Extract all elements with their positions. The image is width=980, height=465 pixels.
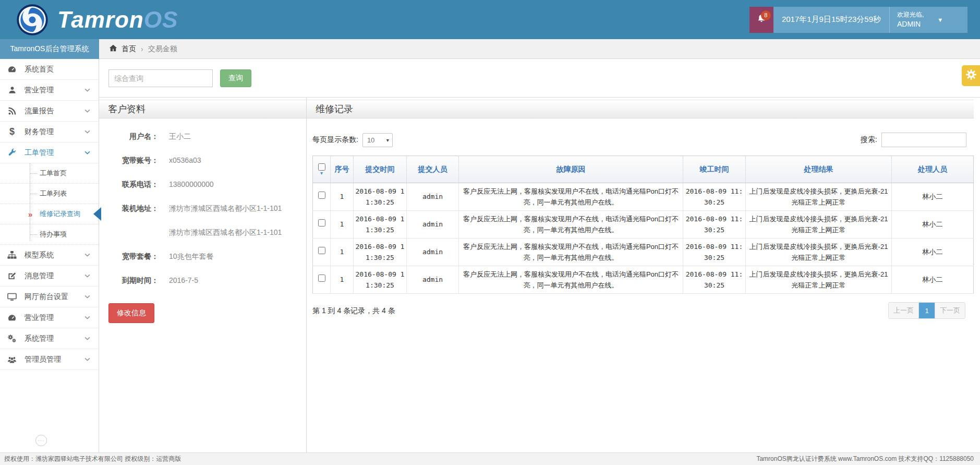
- wrench-icon: [6, 148, 18, 157]
- customer-panel-body: 用户名： 王小二 宽带账号： x0536a03 联系电话： 1380000000…: [99, 118, 306, 323]
- chevron-down-icon: ▼: [937, 17, 943, 23]
- gear-icon: [965, 69, 977, 82]
- select-all-checkbox[interactable]: [318, 163, 325, 171]
- footer-license: 授权使用：潍坊家园驿站电子技术有限公司 授权级别：运营商版: [4, 455, 181, 463]
- row-checkbox[interactable]: [318, 192, 325, 199]
- sidebar-subitem-repair-record-query[interactable]: » 维修记录查询: [0, 204, 99, 224]
- customer-panel: 客户资料 用户名： 王小二 宽带账号： x0536a03 联系电话： 13800: [99, 98, 307, 452]
- column-header-fault[interactable]: 故障原因: [459, 156, 683, 183]
- chevron-down-icon: [84, 109, 90, 113]
- select-all-header[interactable]: ▾: [313, 156, 331, 183]
- logo: TamronOS: [0, 3, 178, 37]
- logo-icon: [16, 3, 49, 37]
- chevron-down-icon: [84, 316, 90, 319]
- sidebar-item-business-1[interactable]: 营业管理: [0, 80, 99, 101]
- repair-records-panel: 维修记录 每页显示条数: 10 ▾ 搜索:: [307, 98, 974, 452]
- customer-field-account: 宽带账号： x0536a03: [106, 156, 299, 165]
- logo-text: TamronOS: [57, 7, 178, 33]
- pagination-page-1[interactable]: 1: [919, 303, 935, 318]
- content: 查询 客户资料 用户名： 王小二 宽带账号： x0536a03: [99, 59, 980, 452]
- work-orders-submenu: 工单首页 工单列表 » 维修记录查询 待办事项: [0, 163, 99, 245]
- datetime: 2017年1月9日15时23分59秒: [773, 7, 889, 33]
- sidebar-item-portal-settings[interactable]: 网厅前台设置: [0, 287, 99, 307]
- notification-badge: 8: [761, 10, 771, 20]
- global-search-input[interactable]: [108, 69, 213, 87]
- breadcrumb-home[interactable]: 首页: [109, 44, 136, 54]
- home-icon: [109, 44, 117, 54]
- sidebar-item-business-2[interactable]: 营业管理: [0, 307, 99, 328]
- top-header: TamronOS 8 2017年1月9日15时23分59秒 欢迎光临, ADMI…: [0, 0, 980, 39]
- dashboard-icon: [6, 65, 18, 74]
- table-row: 1 2016-08-09 11:30:25 admin 客户反应无法上网，客服核…: [313, 183, 974, 211]
- table-controls: 每页显示条数: 10 ▾ 搜索:: [312, 133, 966, 147]
- breadcrumb: 首页 › 交易金额: [99, 39, 980, 59]
- sidebar-subitem-work-order-list[interactable]: 工单列表: [0, 184, 99, 204]
- chevron-down-icon: [84, 274, 90, 278]
- column-header-result[interactable]: 处理结果: [746, 156, 892, 183]
- search-button[interactable]: 查询: [220, 69, 251, 87]
- sidebar-collapse-handle[interactable]: ···: [35, 435, 47, 446]
- global-search-band: 查询: [99, 59, 980, 98]
- sidebar-item-system-home[interactable]: 系统首页: [0, 59, 99, 80]
- main: 系统首页 营业管理 流量报告 $ 财务管理: [0, 59, 980, 452]
- table-search-input[interactable]: [881, 133, 966, 147]
- row-checkbox[interactable]: [318, 247, 325, 254]
- page-size-label: 每页显示条数:: [312, 135, 358, 145]
- edit-info-button[interactable]: 修改信息: [108, 303, 154, 323]
- table-row: 1 2016-08-09 11:30:25 admin 客户反应无法上网，客服核…: [313, 266, 974, 294]
- rss-icon: [6, 106, 18, 115]
- columns: 客户资料 用户名： 王小二 宽带账号： x0536a03 联系电话： 13800: [99, 98, 980, 452]
- customer-field-expiry: 到期时间： 2016-7-5: [106, 276, 299, 285]
- sidebar-item-work-orders[interactable]: 工单管理: [0, 142, 99, 163]
- customer-field-username: 用户名： 王小二: [106, 132, 299, 141]
- sidebar-item-traffic-report[interactable]: 流量报告: [0, 101, 99, 122]
- chevron-down-icon: [84, 253, 90, 257]
- page-size-select[interactable]: 10 ▾: [362, 133, 393, 147]
- repair-records-table: ▾ 序号 提交时间 提交人员 故障原因 竣工时间 处理结果 处理人员: [312, 156, 974, 294]
- sidebar-item-messages[interactable]: 消息管理: [0, 266, 99, 287]
- topbar-right: 8 2017年1月9日15时23分59秒 欢迎光临, ADMIN ▼: [749, 7, 967, 33]
- customer-field-address-2: 潍坊市潍城区西城名都小区1-1-101: [106, 228, 299, 237]
- sidebar-item-model-system[interactable]: 模型系统: [0, 245, 99, 266]
- breadcrumb-separator: ›: [141, 45, 143, 53]
- sidebar-item-admin-management[interactable]: 管理员管理: [0, 349, 99, 370]
- settings-gear-button[interactable]: [962, 65, 980, 86]
- chevron-down-icon: [84, 295, 90, 299]
- customer-panel-title: 客户资料: [99, 100, 306, 118]
- notifications-button[interactable]: 8: [749, 7, 773, 33]
- breadcrumb-current: 交易金额: [148, 44, 177, 54]
- footer-vendor: TamronOS腾龙认证计费系统 www.TamronOS.com 技术支持QQ…: [756, 455, 974, 463]
- sidebar-item-finance[interactable]: $ 财务管理: [0, 122, 99, 142]
- gears-icon: [6, 334, 18, 343]
- sidebar-item-system-settings[interactable]: 系统管理: [0, 328, 99, 349]
- row-checkbox[interactable]: [318, 275, 325, 282]
- user-icon: [6, 86, 18, 94]
- chevron-down-icon: [84, 88, 90, 92]
- select-caret-icon: ▾: [386, 137, 389, 143]
- active-marker-icon: »: [28, 210, 32, 219]
- pagination-prev[interactable]: 上一页: [889, 303, 919, 318]
- table-search-label: 搜索:: [861, 135, 877, 145]
- sitemap-icon: [6, 251, 18, 260]
- table-header-row: ▾ 序号 提交时间 提交人员 故障原因 竣工时间 处理结果 处理人员: [313, 156, 974, 183]
- sidebar-title: TamronOS后台管理系统: [0, 39, 99, 59]
- second-band: TamronOS后台管理系统 首页 › 交易金额: [0, 39, 980, 59]
- column-header-finish-time[interactable]: 竣工时间: [683, 156, 746, 183]
- user-menu[interactable]: 欢迎光临, ADMIN ▼: [889, 7, 967, 33]
- chevron-down-icon: [84, 151, 90, 154]
- pagination-next[interactable]: 下一页: [935, 303, 965, 318]
- column-header-submit-time[interactable]: 提交时间: [354, 156, 407, 183]
- edit-icon: [6, 271, 18, 280]
- row-checkbox[interactable]: [318, 219, 325, 226]
- repair-records-title: 维修记录: [307, 100, 974, 118]
- sidebar: 系统首页 营业管理 流量报告 $ 财务管理: [0, 59, 99, 452]
- sort-caret-icon: ▾: [320, 171, 323, 175]
- column-header-seq[interactable]: 序号: [331, 156, 354, 183]
- column-header-handler[interactable]: 处理人员: [892, 156, 974, 183]
- customer-field-phone: 联系电话： 13800000000: [106, 180, 299, 189]
- sidebar-subitem-work-order-home[interactable]: 工单首页: [0, 163, 99, 184]
- page: TamronOS 8 2017年1月9日15时23分59秒 欢迎光临, ADMI…: [0, 0, 980, 465]
- page-footer: 授权使用：潍坊家园驿站电子技术有限公司 授权级别：运营商版 TamronOS腾龙…: [0, 452, 980, 465]
- sidebar-subitem-todo[interactable]: 待办事项: [0, 224, 99, 245]
- column-header-submitter[interactable]: 提交人员: [407, 156, 459, 183]
